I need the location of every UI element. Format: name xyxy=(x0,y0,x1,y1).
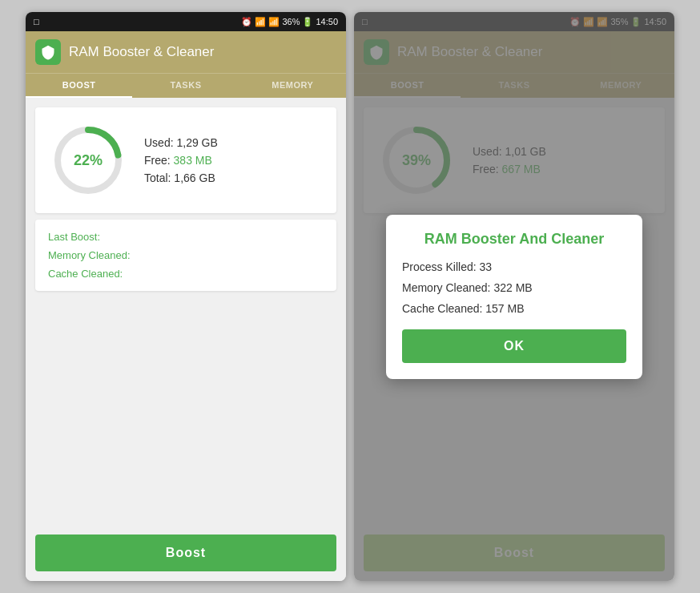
battery-percent: 36% xyxy=(282,17,300,26)
spacer-left xyxy=(26,297,346,525)
signal-icon: 📶 xyxy=(268,17,280,27)
memory-cleaned-row: Memory Cleaned: 322 MB xyxy=(402,281,626,294)
free-value-left: 383 MB xyxy=(174,154,212,167)
app-icon-left xyxy=(35,39,61,65)
ram-card-left: 22% Used: 1,29 GB Free: 383 MB Total: 1,… xyxy=(35,107,336,213)
cache-cleaned-value-r: 157 MB xyxy=(485,302,524,315)
app-title-left: RAM Booster & Cleaner xyxy=(69,44,214,60)
status-bar-left-icons: □ xyxy=(34,17,39,26)
app-header-left: RAM Booster & Cleaner xyxy=(26,31,346,73)
left-phone: □ ⏰ 📶 📶 36% 🔋 14:50 RAM Booster & Cleane… xyxy=(26,12,346,581)
time-display: 14:50 xyxy=(316,17,338,26)
right-phone: □ ⏰ 📶 📶 35% 🔋 14:50 RAM Booster & Cleane… xyxy=(354,12,674,581)
memory-cleaned-label: Memory Cleaned: xyxy=(48,249,324,261)
alarm-icon: ⏰ xyxy=(241,17,252,27)
memory-cleaned-label-r: Memory Cleaned: xyxy=(402,281,491,294)
dialog-title: RAM Booster And Cleaner xyxy=(402,231,626,248)
last-boost-label: Last Boost: xyxy=(48,231,324,243)
used-value-left: 1,29 GB xyxy=(176,136,217,149)
tab-tasks-left[interactable]: TASKS xyxy=(132,74,239,98)
ok-button[interactable]: OK xyxy=(402,329,626,363)
process-killed-label: Process Killed: xyxy=(402,260,477,273)
circle-container-left: 22% xyxy=(48,120,128,200)
wifi-icon: 📶 xyxy=(255,17,266,27)
total-stat-left: Total: 1,66 GB xyxy=(144,171,218,184)
free-label-left: Free: xyxy=(144,154,171,167)
cache-cleaned-row: Cache Cleaned: 157 MB xyxy=(402,302,626,315)
status-bar-right-icons: ⏰ 📶 📶 36% 🔋 14:50 xyxy=(241,17,338,27)
app-content-left: 22% Used: 1,29 GB Free: 383 MB Total: 1,… xyxy=(26,98,346,581)
tab-boost-left[interactable]: BOOST xyxy=(26,74,132,98)
free-stat-left: Free: 383 MB xyxy=(144,154,218,167)
tabs-left: BOOST TASKS MEMORY xyxy=(26,73,346,98)
cache-cleaned-label: Cache Cleaned: xyxy=(48,268,324,280)
used-stat-left: Used: 1,29 GB xyxy=(144,136,218,149)
memory-cleaned-value-r: 322 MB xyxy=(493,281,532,294)
ram-stats-left: Used: 1,29 GB Free: 383 MB Total: 1,66 G… xyxy=(144,136,218,184)
info-section-left: Last Boost: Memory Cleaned: Cache Cleane… xyxy=(35,220,336,291)
process-killed-value: 33 xyxy=(479,260,492,273)
result-dialog: RAM Booster And Cleaner Process Killed: … xyxy=(386,215,642,379)
status-bar-left: □ ⏰ 📶 📶 36% 🔋 14:50 xyxy=(26,12,346,31)
circle-percent-left: 22% xyxy=(74,152,103,169)
screen-icon: □ xyxy=(34,17,39,26)
dialog-overlay: RAM Booster And Cleaner Process Killed: … xyxy=(354,12,674,581)
process-killed-row: Process Killed: 33 xyxy=(402,260,626,273)
total-label-left: Total: xyxy=(144,171,171,184)
battery-icon: 🔋 xyxy=(302,17,313,27)
boost-button-left[interactable]: Boost xyxy=(35,535,336,571)
used-label-left: Used: xyxy=(144,136,174,149)
cache-cleaned-label-r: Cache Cleaned: xyxy=(402,302,482,315)
tab-memory-left[interactable]: MEMORY xyxy=(239,74,346,98)
total-value-left: 1,66 GB xyxy=(174,171,215,184)
